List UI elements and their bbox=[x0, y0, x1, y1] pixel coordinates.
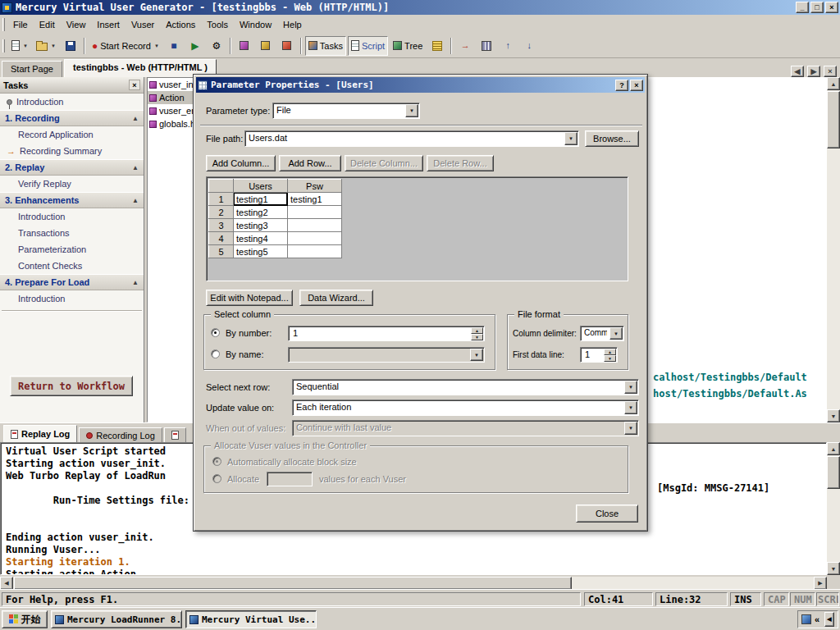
row-number[interactable]: 5 bbox=[209, 245, 234, 258]
task-section-enhancements[interactable]: 3. Enhancements ▲ bbox=[0, 192, 144, 208]
restore-button[interactable]: □ bbox=[810, 2, 824, 13]
scroll-left-icon[interactable]: ◀ bbox=[0, 577, 13, 590]
spinner[interactable]: ▲▼ bbox=[604, 349, 616, 361]
stop-button[interactable]: ■ bbox=[164, 36, 184, 56]
grid-button[interactable] bbox=[477, 36, 496, 56]
menu-edit[interactable]: Edit bbox=[34, 17, 61, 32]
tab-close-icon[interactable]: × bbox=[824, 66, 837, 77]
scroll-up-icon[interactable]: ▲ bbox=[827, 77, 840, 90]
by-name-radio[interactable] bbox=[211, 349, 220, 358]
menu-file[interactable]: File bbox=[7, 17, 34, 32]
tree-item-vuser-init[interactable]: vuser_ini bbox=[148, 78, 199, 91]
scroll-right-icon[interactable]: ▶ bbox=[814, 577, 827, 590]
scroll-down-icon[interactable]: ▼ bbox=[827, 409, 840, 422]
return-to-workflow-button[interactable]: Return to Workflow bbox=[10, 376, 133, 396]
editor-scrollbar[interactable]: ▲ ▼ bbox=[827, 77, 840, 422]
task-item-enh-introduction[interactable]: Introduction bbox=[0, 208, 144, 225]
task-section-replay[interactable]: 2. Replay ▲ bbox=[0, 159, 144, 176]
task-section-prepare-for-load[interactable]: 4. Prepare For Load ▲ bbox=[0, 274, 144, 290]
navigate-down-button[interactable]: ↓ bbox=[519, 36, 539, 56]
menu-actions[interactable]: Actions bbox=[160, 17, 201, 32]
by-number-radio[interactable] bbox=[211, 328, 220, 337]
task-item-verify-replay[interactable]: Verify Replay bbox=[0, 176, 144, 192]
tab-start-page[interactable]: Start Page bbox=[2, 61, 62, 77]
tab-generation-log[interactable] bbox=[164, 427, 186, 442]
update-value-on-select[interactable]: Each iteration ▼ bbox=[292, 399, 639, 416]
row-number[interactable]: 1 bbox=[209, 193, 234, 206]
scrollbar-thumb[interactable] bbox=[14, 577, 572, 590]
cell-users-5[interactable]: testing5 bbox=[234, 245, 288, 258]
cell-psw-4[interactable] bbox=[288, 232, 342, 245]
minimize-button[interactable]: _ bbox=[796, 2, 809, 13]
menu-help[interactable]: Help bbox=[277, 17, 308, 32]
tree-item-globals[interactable]: globals.h bbox=[148, 117, 199, 130]
task-item-load-introduction[interactable]: Introduction bbox=[0, 290, 144, 307]
cell-psw-1[interactable]: testing1 bbox=[288, 193, 342, 206]
scrollbar-thumb[interactable] bbox=[827, 456, 840, 489]
scrollbar-thumb[interactable] bbox=[827, 91, 840, 148]
chevron-down-icon[interactable]: ▼ bbox=[564, 132, 578, 145]
tray-icon[interactable] bbox=[801, 614, 811, 624]
menu-view[interactable]: View bbox=[61, 17, 92, 32]
row-number[interactable]: 4 bbox=[209, 232, 234, 245]
data-wizard-button[interactable]: Data Wizard... bbox=[299, 290, 373, 306]
output-log-button[interactable] bbox=[427, 36, 447, 56]
cell-psw-2[interactable] bbox=[288, 206, 342, 219]
cell-psw-3[interactable] bbox=[288, 219, 342, 232]
tasks-toggle-button[interactable]: Tasks bbox=[305, 36, 346, 56]
close-button[interactable]: × bbox=[825, 2, 838, 13]
task-item-transactions[interactable]: Transactions bbox=[0, 225, 144, 241]
taskbar-item-vugen[interactable]: Mercury Virtual Use... bbox=[185, 610, 317, 628]
file-path-combo[interactable]: Users.dat ▼ bbox=[244, 130, 579, 147]
tab-replay-log[interactable]: Replay Log bbox=[3, 425, 77, 442]
tasks-panel-close-icon[interactable]: × bbox=[129, 80, 140, 90]
close-dialog-button[interactable]: Close bbox=[576, 504, 638, 523]
task-item-content-checks[interactable]: Content Checks bbox=[0, 258, 144, 274]
sync-button[interactable]: → bbox=[455, 36, 475, 56]
navigate-up-button[interactable]: ↑ bbox=[498, 36, 518, 56]
task-item-recording-summary[interactable]: → Recording Summary bbox=[0, 143, 144, 159]
chevron-down-icon[interactable]: ▼ bbox=[624, 401, 637, 414]
cell-users-4[interactable]: testing4 bbox=[234, 232, 288, 245]
task-item-record-application[interactable]: Record Application bbox=[0, 126, 144, 143]
checkpoint-button[interactable] bbox=[277, 36, 297, 56]
dialog-help-icon[interactable]: ? bbox=[615, 80, 628, 91]
log-scrollbar-vertical[interactable]: ▲ ▼ bbox=[827, 442, 840, 575]
cell-psw-5[interactable] bbox=[288, 245, 342, 258]
script-view-button[interactable]: Script bbox=[348, 36, 388, 56]
chevron-down-icon[interactable]: ▼ bbox=[405, 104, 418, 117]
new-script-button[interactable]: ▼ bbox=[8, 36, 31, 56]
select-next-row-select[interactable]: Sequential ▼ bbox=[292, 379, 639, 395]
edit-with-notepad-button[interactable]: Edit with Notepad... bbox=[206, 290, 293, 306]
task-section-recording[interactable]: 1. Recording ▲ bbox=[0, 110, 144, 126]
add-row-button[interactable]: Add Row... bbox=[279, 155, 341, 171]
row-number[interactable]: 3 bbox=[209, 219, 234, 232]
first-data-line-field[interactable]: 1 ▲▼ bbox=[580, 347, 618, 363]
open-button[interactable]: ▼ bbox=[33, 36, 59, 56]
browse-button[interactable]: Browse... bbox=[585, 130, 639, 147]
parameter-type-select[interactable]: File ▼ bbox=[272, 103, 420, 119]
tray-collapse-icon[interactable]: « bbox=[815, 614, 819, 624]
scroll-down-icon[interactable]: ▼ bbox=[827, 562, 840, 575]
add-column-button[interactable]: Add Column... bbox=[206, 155, 276, 171]
tab-scroll-left-icon[interactable]: ◀ bbox=[791, 66, 804, 77]
menu-tools[interactable]: Tools bbox=[201, 17, 234, 32]
row-number[interactable]: 2 bbox=[209, 206, 234, 219]
task-item-introduction[interactable]: Introduction bbox=[0, 94, 144, 110]
save-button[interactable] bbox=[61, 36, 80, 56]
menu-vuser[interactable]: Vuser bbox=[126, 17, 160, 32]
cell-users-3[interactable]: testing3 bbox=[234, 219, 288, 232]
corner-cell[interactable] bbox=[209, 180, 234, 193]
menu-insert[interactable]: Insert bbox=[91, 17, 126, 32]
column-header-psw[interactable]: Psw bbox=[288, 180, 342, 193]
tab-recording-log[interactable]: Recording Log bbox=[79, 427, 162, 442]
chevron-down-icon[interactable]: ▼ bbox=[624, 381, 637, 394]
column-number-field[interactable]: 1 ▲▼ bbox=[288, 326, 485, 341]
chevron-down-icon[interactable]: ▼ bbox=[609, 327, 623, 340]
tree-item-vuser-end[interactable]: vuser_er bbox=[148, 104, 199, 117]
dialog-close-icon[interactable]: × bbox=[630, 80, 643, 91]
start-record-button[interactable]: ● Start Record ▼ bbox=[89, 36, 162, 56]
cell-users-2[interactable]: testing2 bbox=[234, 206, 288, 219]
column-header-users[interactable]: Users bbox=[234, 180, 288, 193]
runtime-settings-button[interactable]: ⚙ bbox=[207, 36, 226, 56]
